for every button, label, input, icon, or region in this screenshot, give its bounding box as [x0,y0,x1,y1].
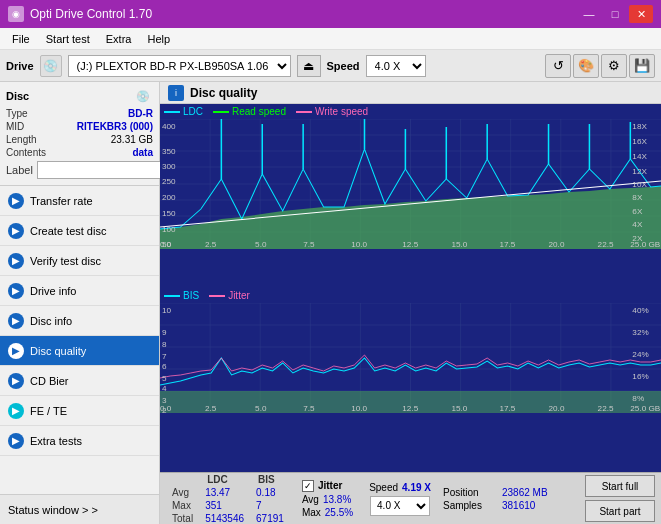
drive-icon: 💿 [40,55,62,77]
avg-ldc: 13.47 [199,486,250,499]
svg-text:40%: 40% [632,306,648,315]
menu-file[interactable]: File [4,31,38,47]
menu-help[interactable]: Help [139,31,178,47]
speed-section-label: Speed [369,482,398,493]
main-area: Disc 💿 Type BD-R MID RITEKBR3 (000) Leng… [0,82,661,524]
drive-toolbar: Drive 💿 (J:) PLEXTOR BD-R PX-LB950SA 1.0… [0,50,661,82]
svg-text:10X: 10X [632,180,647,189]
svg-text:100: 100 [162,225,176,234]
mid-value: RITEKBR3 (000) [77,121,153,132]
jitter-label: Jitter [228,290,250,301]
sidebar-item-verify-test-disc[interactable]: ▶ Verify test disc [0,246,159,276]
transfer-rate-icon: ▶ [8,193,24,209]
maximize-button[interactable]: □ [603,5,627,23]
svg-text:2.5: 2.5 [205,240,217,249]
toolbar-icons: ↺ 🎨 ⚙ 💾 [545,54,655,78]
svg-text:6X: 6X [632,207,643,216]
jitter-max-row: Max 25.5% [302,507,353,518]
nav-items: ▶ Transfer rate ▶ Create test disc ▶ Ver… [0,186,159,494]
app-icon: ◉ [8,6,24,22]
refresh-button[interactable]: ↺ [545,54,571,78]
create-test-disc-icon: ▶ [8,223,24,239]
chart2-svg: 10 9 8 7 6 5 4 3 2 40% 32% 24% 16% 8% [160,303,661,413]
svg-text:6: 6 [162,362,167,371]
samples-row: Samples 381610 [443,500,548,511]
contents-value: data [132,147,153,158]
total-bis: 67191 [250,512,290,525]
speed-select[interactable]: 4.0 X [366,55,426,77]
status-window-button[interactable]: Status window > > [0,494,159,524]
speed-value: 4.19 X [402,482,431,493]
jitter-checkbox[interactable]: ✓ [302,480,314,492]
disc-panel-icon: 💿 [133,88,153,104]
start-full-button[interactable]: Start full [585,475,655,497]
svg-text:0.0: 0.0 [160,240,172,249]
menu-start-test[interactable]: Start test [38,31,98,47]
svg-text:300: 300 [162,162,176,171]
svg-text:8X: 8X [632,193,643,202]
extra-tests-label: Extra tests [30,435,82,447]
svg-text:32%: 32% [632,328,648,337]
verify-test-disc-label: Verify test disc [30,255,101,267]
position-value: 23862 MB [502,487,548,498]
sidebar-item-disc-quality[interactable]: ▶ Disc quality [0,336,159,366]
svg-text:18X: 18X [632,122,647,131]
stats-table: LDC BIS Avg 13.47 0.18 Max 351 [166,473,290,525]
jitter-avg-val: 13.8% [323,494,351,505]
svg-text:16%: 16% [632,372,648,381]
jitter-avg-row: Avg 13.8% [302,494,353,505]
sidebar-item-cd-bier[interactable]: ▶ CD Bier [0,366,159,396]
fe-te-icon: ▶ [8,403,24,419]
jitter-label-text: Jitter [318,480,342,491]
speed-select-bottom[interactable]: 4.0 X [370,496,430,516]
svg-text:24%: 24% [632,350,648,359]
avg-label: Avg [166,486,199,499]
start-part-button[interactable]: Start part [585,500,655,522]
jitter-avg-label: Avg [302,494,319,505]
disc-title: Disc [6,90,29,102]
svg-text:20.0: 20.0 [549,240,565,249]
minimize-button[interactable]: — [577,5,601,23]
ldc-label: LDC [183,106,203,117]
type-value: BD-R [128,108,153,119]
settings-button[interactable]: ⚙ [601,54,627,78]
svg-text:8: 8 [162,340,167,349]
position-section: Position 23862 MB Samples 381610 [443,487,548,511]
sidebar-item-disc-info[interactable]: ▶ Disc info [0,306,159,336]
cd-bier-icon: ▶ [8,373,24,389]
svg-text:17.5: 17.5 [499,240,515,249]
max-label: Max [166,499,199,512]
menu-extra[interactable]: Extra [98,31,140,47]
sidebar-item-transfer-rate[interactable]: ▶ Transfer rate [0,186,159,216]
bis-label: BIS [183,290,199,301]
svg-text:25.0 GB: 25.0 GB [630,240,660,249]
eject-button[interactable]: ⏏ [297,55,321,77]
svg-text:16X: 16X [632,137,647,146]
jitter-max-label: Max [302,507,321,518]
svg-text:5.0: 5.0 [255,404,267,413]
sidebar-item-extra-tests[interactable]: ▶ Extra tests [0,426,159,456]
close-button[interactable]: ✕ [629,5,653,23]
read-speed-legend: Read speed [213,106,286,117]
svg-text:12X: 12X [632,167,647,176]
chart-title: Disc quality [190,86,257,100]
create-test-disc-label: Create test disc [30,225,106,237]
sidebar-item-fe-te[interactable]: ▶ FE / TE [0,396,159,426]
svg-text:2.5: 2.5 [205,404,217,413]
label-input[interactable] [37,161,170,179]
svg-text:12.5: 12.5 [402,404,418,413]
sidebar-item-drive-info[interactable]: ▶ Drive info [0,276,159,306]
svg-text:22.5: 22.5 [598,404,614,413]
jitter-legend: Jitter [209,290,250,301]
svg-text:10.0: 10.0 [351,240,367,249]
write-speed-legend: Write speed [296,106,368,117]
save-button[interactable]: 💾 [629,54,655,78]
jitter-header-row: ✓ Jitter [302,480,353,492]
color-button[interactable]: 🎨 [573,54,599,78]
svg-text:8%: 8% [632,394,644,403]
chart2-area: BIS Jitter [160,288,661,472]
total-label: Total [166,512,199,525]
drive-select[interactable]: (J:) PLEXTOR BD-R PX-LB950SA 1.06 [68,55,291,77]
bis-dot [164,295,180,297]
sidebar-item-create-test-disc[interactable]: ▶ Create test disc [0,216,159,246]
